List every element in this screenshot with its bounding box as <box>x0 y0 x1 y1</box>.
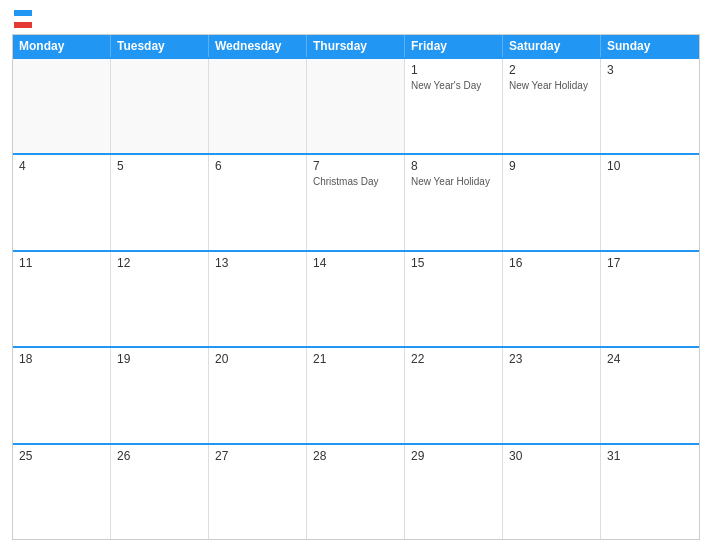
cal-cell: 3 <box>601 59 699 153</box>
weekday-header-saturday: Saturday <box>503 35 601 57</box>
calendar-header-row: MondayTuesdayWednesdayThursdayFridaySatu… <box>13 35 699 57</box>
day-number: 10 <box>607 159 693 173</box>
cal-cell: 31 <box>601 445 699 539</box>
cal-cell: 15 <box>405 252 503 346</box>
cal-cell: 17 <box>601 252 699 346</box>
cal-cell: 22 <box>405 348 503 442</box>
day-number: 5 <box>117 159 202 173</box>
day-event: New Year Holiday <box>411 175 496 188</box>
cal-cell: 23 <box>503 348 601 442</box>
cal-cell: 6 <box>209 155 307 249</box>
day-number: 20 <box>215 352 300 366</box>
calendar: MondayTuesdayWednesdayThursdayFridaySatu… <box>12 34 700 540</box>
week-row-3: 11121314151617 <box>13 250 699 346</box>
svg-rect-1 <box>14 16 32 22</box>
cal-cell: 14 <box>307 252 405 346</box>
logo-flag-icon <box>14 10 32 28</box>
day-number: 6 <box>215 159 300 173</box>
day-number: 2 <box>509 63 594 77</box>
day-number: 21 <box>313 352 398 366</box>
day-number: 29 <box>411 449 496 463</box>
day-number: 3 <box>607 63 693 77</box>
day-number: 19 <box>117 352 202 366</box>
day-number: 17 <box>607 256 693 270</box>
day-number: 22 <box>411 352 496 366</box>
day-number: 16 <box>509 256 594 270</box>
day-number: 24 <box>607 352 693 366</box>
cal-cell: 30 <box>503 445 601 539</box>
day-number: 23 <box>509 352 594 366</box>
cal-cell: 20 <box>209 348 307 442</box>
day-number: 15 <box>411 256 496 270</box>
cal-cell: 4 <box>13 155 111 249</box>
cal-cell: 28 <box>307 445 405 539</box>
day-number: 7 <box>313 159 398 173</box>
cal-cell: 21 <box>307 348 405 442</box>
week-row-2: 4567Christmas Day8New Year Holiday910 <box>13 153 699 249</box>
day-number: 13 <box>215 256 300 270</box>
day-number: 25 <box>19 449 104 463</box>
day-number: 26 <box>117 449 202 463</box>
day-event: New Year's Day <box>411 79 496 92</box>
cal-cell: 18 <box>13 348 111 442</box>
cal-cell: 27 <box>209 445 307 539</box>
week-row-1: 1New Year's Day2New Year Holiday3 <box>13 57 699 153</box>
cal-cell: 8New Year Holiday <box>405 155 503 249</box>
day-number: 18 <box>19 352 104 366</box>
cal-cell: 12 <box>111 252 209 346</box>
day-number: 12 <box>117 256 202 270</box>
cal-cell: 25 <box>13 445 111 539</box>
weekday-header-friday: Friday <box>405 35 503 57</box>
page: MondayTuesdayWednesdayThursdayFridaySatu… <box>0 0 712 550</box>
cal-cell: 13 <box>209 252 307 346</box>
cal-cell: 7Christmas Day <box>307 155 405 249</box>
weekday-header-tuesday: Tuesday <box>111 35 209 57</box>
week-row-5: 25262728293031 <box>13 443 699 539</box>
cal-cell: 11 <box>13 252 111 346</box>
cal-cell: 19 <box>111 348 209 442</box>
day-event: Christmas Day <box>313 175 398 188</box>
weekday-header-thursday: Thursday <box>307 35 405 57</box>
cal-cell: 9 <box>503 155 601 249</box>
day-number: 9 <box>509 159 594 173</box>
cal-cell: 24 <box>601 348 699 442</box>
cal-cell <box>111 59 209 153</box>
day-number: 31 <box>607 449 693 463</box>
weekday-header-monday: Monday <box>13 35 111 57</box>
header <box>12 10 700 28</box>
day-number: 4 <box>19 159 104 173</box>
logo <box>12 10 32 28</box>
day-number: 11 <box>19 256 104 270</box>
cal-cell: 10 <box>601 155 699 249</box>
cal-cell <box>307 59 405 153</box>
day-number: 14 <box>313 256 398 270</box>
cal-cell: 29 <box>405 445 503 539</box>
weekday-header-sunday: Sunday <box>601 35 699 57</box>
cal-cell <box>13 59 111 153</box>
svg-rect-0 <box>14 10 32 16</box>
cal-cell: 2New Year Holiday <box>503 59 601 153</box>
day-number: 28 <box>313 449 398 463</box>
cal-cell: 16 <box>503 252 601 346</box>
day-number: 27 <box>215 449 300 463</box>
svg-rect-2 <box>14 22 32 28</box>
day-number: 8 <box>411 159 496 173</box>
calendar-body: 1New Year's Day2New Year Holiday34567Chr… <box>13 57 699 539</box>
cal-cell: 1New Year's Day <box>405 59 503 153</box>
cal-cell <box>209 59 307 153</box>
day-number: 1 <box>411 63 496 77</box>
day-number: 30 <box>509 449 594 463</box>
week-row-4: 18192021222324 <box>13 346 699 442</box>
cal-cell: 5 <box>111 155 209 249</box>
day-event: New Year Holiday <box>509 79 594 92</box>
cal-cell: 26 <box>111 445 209 539</box>
weekday-header-wednesday: Wednesday <box>209 35 307 57</box>
